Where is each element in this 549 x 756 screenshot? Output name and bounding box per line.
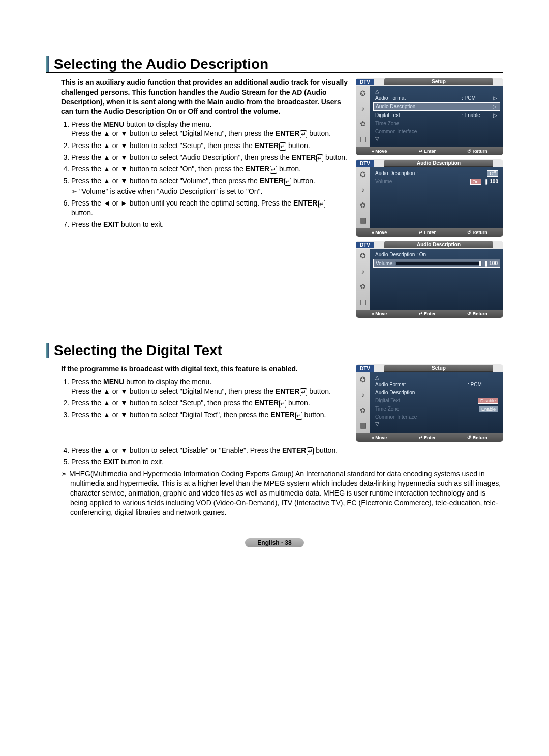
step-item: Press the ▲ or ▼ button to select "Digit… [71,410,349,420]
section-title: Selecting the Audio Description [46,56,503,73]
footer-move: ♦ Move [372,311,387,316]
page-footer: English - 38 [46,538,503,547]
globe-icon: ✪ [358,88,368,98]
globe-icon: ✪ [358,169,368,180]
enter-icon [299,129,307,137]
chevron-right-icon: ▷ [492,95,498,101]
footer-return: ↺ Return [467,435,487,440]
osd-audio-description-select: DTV Audio Description ✪ ♪ ✿ ▤ Audio Desc… [356,159,503,237]
note-icon: ♪ [358,266,368,276]
gear-icon: ✿ [358,119,368,129]
osd-setup: DTV Setup ✪ ♪ ✿ ▤ △ Audio Format: PCM▷ A… [356,78,503,155]
volume-slider [395,261,481,266]
footer-move: ♦ Move [372,435,387,440]
enter-icon [269,165,277,173]
volume-value: 100 [489,260,498,266]
globe-icon: ✪ [358,251,368,261]
footer-enter: ↵ Enter [419,149,436,154]
option-disable: Disable [478,398,498,404]
chevron-right-icon: ▷ [492,112,498,118]
heading-audio-description: Selecting the Audio Description [54,56,268,72]
row-label: Volume [376,260,392,266]
enter-icon [318,199,325,207]
step-item: Press the ▲ or ▼ button to select "Setup… [71,398,349,408]
page-icon: ▤ [358,297,368,307]
step-item: Press the ▲ or ▼ button to select "Audio… [71,153,349,162]
dtv-badge: DTV [356,79,374,85]
arrow-down-icon: ▽ [373,136,500,141]
row-label: Audio Description : [375,170,487,176]
footer-return: ↺ Return [467,230,487,235]
arrow-up-icon: △ [373,88,500,94]
option-enable: Enable [479,406,498,412]
page-icon: ▤ [358,134,368,144]
globe-icon: ✪ [358,374,368,385]
step-item: Press the ◄ or ► button until you reach … [71,198,349,218]
osd-tab: Audio Description [384,241,493,248]
arrow-down-icon: ▽ [373,421,500,427]
gear-icon: ✿ [358,200,368,210]
title-bar-icon [46,56,49,72]
osd-digital-text: DTV Setup ✪ ♪ ✿ ▤ △ Audio Format: PCM Au… [356,364,503,442]
option-on: On [470,179,481,185]
row-label: Volume [375,179,470,184]
footer-enter: ↵ Enter [419,230,436,235]
option-off: Off [487,170,498,177]
osd-audio-description-volume: DTV Audio Description ✪ ♪ ✿ ▤ Audio Desc… [356,241,503,318]
gear-icon: ✿ [358,281,368,292]
step-item: Press the ▲ or ▼ button to select "Disab… [71,446,503,455]
note-icon: ♪ [358,390,368,400]
enter-icon [306,446,314,454]
enter-icon [279,399,286,407]
page-number: English - 38 [245,538,303,547]
osd-tab: Setup [384,365,493,372]
footer-move: ♦ Move [372,149,387,154]
step-item: Press the ▲ or ▼ button to select "On", … [71,164,349,174]
step-item: Press the ▲ or ▼ button to select "Setup… [71,141,349,151]
dtv-badge: DTV [356,160,374,167]
arrow-up-icon: △ [373,374,500,380]
osd-tab: Audio Description [384,160,493,167]
volume-value: 100 [490,179,498,184]
osd-tab: Setup [384,78,493,85]
enter-icon [299,387,307,395]
row-label: Audio Description [375,390,498,395]
steps-list: Press the MENU button to display the men… [61,377,349,420]
row-label: Audio Format [375,95,462,101]
note-icon: ♪ [358,185,368,195]
note-text: "Volume" is active when "Audio Descripti… [71,187,349,196]
enter-icon [284,177,291,185]
intro-text: This is an auxiliary audio function that… [61,78,349,117]
footer-enter: ↵ Enter [419,435,436,440]
row-label: Common Interface [375,414,498,420]
step-item: Press the EXIT button to exit. [71,220,349,229]
row-label: Audio Description : On [375,252,498,257]
gear-icon: ✿ [358,405,368,415]
footer-enter: ↵ Enter [419,311,436,316]
footer-return: ↺ Return [467,311,487,316]
page-icon: ▤ [358,215,368,225]
page-icon: ▤ [358,420,368,430]
note-icon: ♪ [358,103,368,113]
row-label: Common Interface [375,129,498,134]
steps-list: Press the MENU button to display the men… [61,120,349,230]
row-value: : Enable [462,112,492,118]
dtv-badge: DTV [356,242,374,248]
step-item: Press the ▲ or ▼ button to select "Volum… [71,176,349,196]
row-value: : PCM [462,95,492,101]
row-label: Time Zone [375,121,498,126]
heading-digital-text: Selecting the Digital Text [54,342,222,359]
row-value: : PCM [468,382,498,387]
step-item: Press the MENU button to display the men… [71,120,349,139]
intro-text: If the programme is broadcast with digit… [61,364,349,374]
row-label: Digital Text [375,112,462,118]
footer-move: ♦ Move [372,230,387,235]
row-label: Audio Format [375,382,468,387]
steps-list-cont: Press the ▲ or ▼ button to select "Disab… [61,446,503,467]
row-label: Audio Description [376,104,461,109]
footer-return: ↺ Return [467,149,487,154]
row-label: Digital Text [375,398,478,403]
mheg-note: MHEG(Multimedia and Hypermedia Informati… [61,469,503,517]
enter-icon [295,411,302,419]
dtv-badge: DTV [356,365,374,372]
